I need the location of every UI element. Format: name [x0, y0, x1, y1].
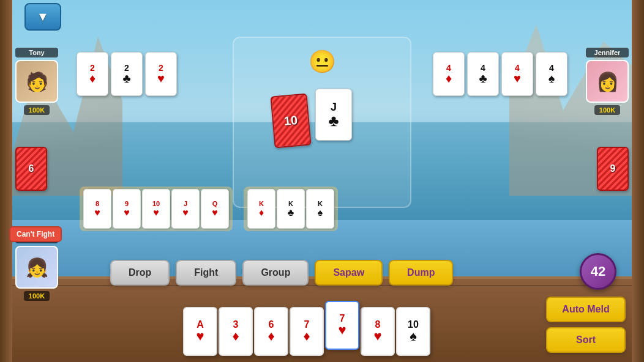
meld-card-9h[interactable]: 9 ♥: [113, 189, 141, 229]
jennifer-card-3: 4 ♥: [501, 52, 533, 96]
meld-card-8h[interactable]: 8 ♥: [83, 189, 111, 229]
drop-button[interactable]: Drop: [110, 260, 170, 286]
meld-sequence: 8 ♥ 9 ♥ 10 ♥ J ♥ Q ♥: [83, 189, 229, 229]
jennifer-coins: 100K: [594, 105, 620, 115]
thinking-emoji: 😐: [309, 49, 336, 75]
player-tony: Tony 🧑 100K: [15, 48, 58, 115]
meld-card-kc[interactable]: K ♣: [277, 189, 305, 229]
draw-card-right[interactable]: 9: [597, 147, 629, 191]
hand-card-6d[interactable]: 6 ♦: [254, 307, 288, 356]
meld-card-10h[interactable]: 10 ♥: [142, 189, 170, 229]
top-dropdown-button[interactable]: [24, 3, 61, 31]
center-card-facedown[interactable]: 10: [270, 94, 311, 149]
cant-fight-badge: Can't Fight: [9, 226, 62, 242]
center-card-j[interactable]: J ♣: [315, 89, 352, 141]
meld-set-kings: K ♦ K ♣ K ♠: [247, 189, 334, 229]
player-jennifer: Jennifer 👩 100K: [586, 48, 629, 115]
meld-area: 8 ♥ 9 ♥ 10 ♥ J ♥ Q ♥ K: [80, 187, 338, 231]
jennifer-name: Jennifer: [586, 48, 629, 57]
draw-pile-right[interactable]: 9: [597, 147, 629, 191]
action-buttons: Drop Fight Group Sapaw Dump: [110, 260, 453, 286]
jenny-avatar: 👧: [15, 246, 58, 289]
group-button[interactable]: Group: [242, 260, 309, 286]
side-buttons: Auto Meld Sort: [546, 297, 626, 353]
hand-card-7d[interactable]: 7 ♦: [290, 307, 324, 356]
tony-card-1: 2 ♦: [77, 52, 108, 96]
jennifer-card-2: 4 ♣: [467, 52, 499, 96]
sort-button[interactable]: Sort: [546, 327, 626, 353]
panel-right: [632, 0, 644, 362]
meld-card-ks[interactable]: K ♠: [306, 189, 334, 229]
tony-cards: 2 ♦ 2 ♣ 2 ♥: [77, 52, 177, 96]
fight-button[interactable]: Fight: [176, 260, 236, 286]
meld-card-jh[interactable]: J ♥: [171, 189, 200, 229]
hand-card-7h[interactable]: 7 ♥: [325, 301, 359, 350]
jennifer-avatar: 👩: [586, 60, 629, 103]
sapaw-button[interactable]: Sapaw: [315, 260, 383, 286]
draw-pile-left[interactable]: 6: [15, 147, 47, 191]
jennifer-cards: 4 ♦ 4 ♣ 4 ♥ 4 ♠: [433, 52, 567, 96]
tony-card-2: 2 ♣: [111, 52, 143, 96]
draw-card-left[interactable]: 6: [15, 147, 47, 191]
tony-name: Tony: [15, 48, 58, 57]
tony-avatar: 🧑: [15, 60, 58, 103]
hand-card-3d[interactable]: 3 ♦: [219, 307, 253, 356]
score-circle: 42: [580, 253, 616, 290]
hand-card-8h[interactable]: 8 ♥: [361, 307, 395, 356]
panel-left: [0, 0, 12, 362]
meld-group-2: K ♦ K ♣ K ♠: [244, 187, 338, 231]
jennifer-card-1: 4 ♦: [433, 52, 465, 96]
player-jenny: Jenny 👧 100K: [15, 234, 58, 301]
meld-card-kd[interactable]: K ♦: [247, 189, 275, 229]
jennifer-card-4: 4 ♠: [536, 52, 567, 96]
tony-coins: 100K: [24, 105, 50, 115]
meld-card-qh[interactable]: Q ♥: [201, 189, 229, 229]
hand-area: A ♥ 3 ♦ 6 ♦ 7 ♦ 7 ♥ 8 ♥ 10 ♠: [80, 307, 534, 356]
hand-card-10s[interactable]: 10 ♠: [396, 307, 430, 356]
jenny-coins: 100K: [24, 291, 50, 301]
hand-card-ah[interactable]: A ♥: [183, 307, 217, 356]
tony-card-3: 2 ♥: [145, 52, 177, 96]
meld-group-1: 8 ♥ 9 ♥ 10 ♥ J ♥ Q ♥: [80, 187, 233, 231]
auto-meld-button[interactable]: Auto Meld: [546, 297, 626, 322]
dump-button[interactable]: Dump: [389, 260, 453, 286]
